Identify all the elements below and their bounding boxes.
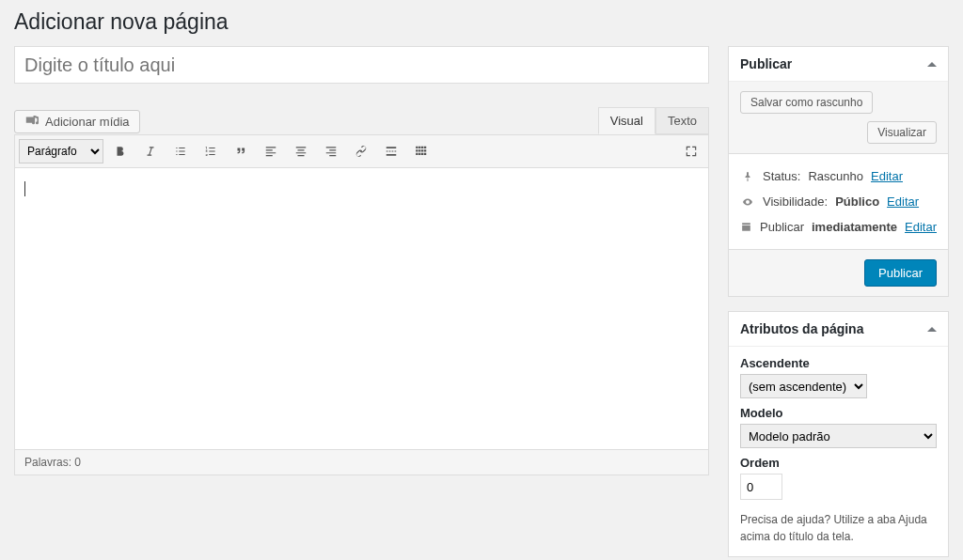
edit-visibility-link[interactable]: Editar	[887, 194, 919, 209]
edit-schedule-link[interactable]: Editar	[905, 220, 937, 234]
italic-button[interactable]	[137, 139, 164, 163]
attributes-help-text: Precisa de ajuda? Utilize a aba Ajuda ac…	[740, 511, 937, 545]
save-draft-button[interactable]: Salvar como rascunho	[740, 91, 873, 114]
text-cursor	[24, 181, 25, 196]
edit-status-link[interactable]: Editar	[871, 169, 903, 183]
align-center-button[interactable]	[288, 139, 314, 163]
camera-music-icon	[24, 116, 39, 129]
align-left-button[interactable]	[258, 139, 284, 163]
parent-select[interactable]: (sem ascendente)	[740, 374, 867, 398]
tab-text[interactable]: Texto	[655, 107, 709, 134]
numbered-list-button[interactable]	[197, 139, 224, 163]
link-button[interactable]	[348, 139, 374, 163]
bullet-list-button[interactable]	[167, 139, 194, 163]
publish-button[interactable]: Publicar	[864, 259, 937, 287]
publish-box-title: Publicar	[740, 56, 792, 71]
order-label: Ordem	[740, 456, 937, 470]
editor-status-bar: Palavras: 0	[14, 450, 709, 475]
title-input[interactable]	[14, 46, 709, 84]
order-input[interactable]	[740, 474, 782, 500]
attributes-box-header[interactable]: Atributos da página	[729, 312, 948, 347]
bold-button[interactable]	[107, 139, 134, 163]
page-heading: Adicionar nova página	[14, 9, 949, 35]
status-label: Status:	[763, 169, 800, 183]
readmore-button[interactable]	[378, 139, 404, 163]
tab-visual[interactable]: Visual	[598, 107, 655, 134]
content-editor[interactable]	[14, 168, 709, 450]
format-select[interactable]: Parágrafo	[19, 139, 103, 163]
attributes-box-title: Atributos da página	[740, 321, 863, 336]
status-value: Rascunho	[808, 169, 863, 183]
calendar-icon	[740, 221, 752, 233]
blockquote-button[interactable]	[228, 139, 254, 163]
add-media-label: Adicionar mídia	[45, 115, 130, 129]
collapse-icon	[927, 62, 937, 67]
align-right-button[interactable]	[318, 139, 344, 163]
parent-label: Ascendente	[740, 356, 937, 370]
word-count: Palavras: 0	[24, 456, 81, 469]
schedule-label: Publicar	[760, 220, 804, 234]
publish-box: Publicar Salvar como rascunho Visualizar…	[728, 46, 949, 297]
preview-button[interactable]: Visualizar	[867, 121, 937, 144]
pin-icon	[740, 170, 755, 183]
schedule-value: imediatamente	[812, 220, 897, 234]
publish-box-header[interactable]: Publicar	[729, 47, 948, 82]
template-label: Modelo	[740, 406, 937, 420]
page-attributes-box: Atributos da página Ascendente (sem asce…	[728, 311, 949, 557]
template-select[interactable]: Modelo padrão	[740, 424, 937, 448]
toolbar-toggle-button[interactable]	[408, 139, 434, 163]
visibility-label: Visibilidade:	[763, 194, 828, 209]
add-media-button[interactable]: Adicionar mídia	[14, 110, 140, 133]
fullscreen-button[interactable]	[678, 139, 704, 163]
eye-icon	[740, 196, 755, 208]
visibility-value: Público	[835, 194, 879, 209]
collapse-icon	[927, 327, 937, 332]
